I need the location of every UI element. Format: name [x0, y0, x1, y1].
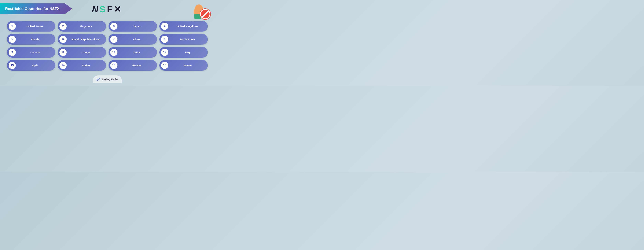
country-name: China [120, 38, 154, 41]
country-item: 3Japan [108, 21, 157, 31]
title-banner: Restricted Countries for NSFX [0, 3, 72, 14]
country-name: Ukraine [120, 64, 154, 67]
country-name: Singapore [69, 25, 103, 28]
country-number: 9 [8, 49, 16, 56]
country-number: 6 [60, 36, 67, 43]
country-item: 13Syria [7, 60, 55, 71]
country-name: Yemen [171, 64, 204, 67]
page-title: Restricted Countries for NSFX [5, 6, 65, 11]
footer-brand: Trading Finder [102, 78, 118, 81]
country-number: 16 [161, 62, 168, 69]
country-item: 10Congo [58, 47, 106, 58]
country-name: Syria [18, 64, 52, 67]
country-name: United Kingdome [171, 25, 204, 28]
country-number: 14 [60, 62, 67, 69]
country-number: 3 [110, 23, 118, 30]
country-item: 16Yemen [159, 60, 208, 71]
country-number: 15 [110, 62, 118, 69]
country-number: 4 [161, 23, 168, 30]
nsfx-logo-svg: N S F ✕ [92, 3, 123, 14]
country-item: 8North Korea [159, 34, 208, 45]
country-item: 14Sudan [58, 60, 106, 71]
country-number: 8 [161, 36, 168, 43]
svg-rect-7 [198, 5, 201, 11]
svg-text:S: S [100, 4, 106, 14]
country-item: 15Ukraine [108, 60, 157, 71]
country-item: 5Russia [7, 34, 55, 45]
country-number: 10 [60, 49, 67, 56]
svg-text:✕: ✕ [114, 4, 122, 14]
country-name: Islamic Republic of Iran [69, 38, 103, 41]
country-name: Congo [69, 51, 103, 54]
logo-area: N S F ✕ [92, 3, 123, 14]
country-item: 9Canada [7, 47, 55, 58]
svg-rect-9 [194, 9, 196, 14]
countries-grid: 1United States2Singapore3Japan4United Ki… [0, 17, 215, 74]
footer: Trading Finder [0, 74, 215, 86]
stop-icon-container [190, 2, 211, 22]
country-name: Canada [18, 51, 52, 54]
country-name: North Korea [171, 38, 204, 41]
country-number: 2 [60, 23, 67, 30]
country-number: 12 [161, 49, 168, 56]
country-number: 11 [110, 49, 118, 56]
nsfx-logo: N S F ✕ [92, 3, 123, 14]
country-number: 7 [110, 36, 118, 43]
svg-text:F: F [107, 4, 112, 14]
footer-logo: Trading Finder [93, 75, 122, 83]
country-number: 13 [8, 62, 16, 69]
country-name: United States [18, 25, 52, 28]
svg-text:N: N [92, 4, 98, 14]
country-name: Cuba [120, 51, 154, 54]
country-number: 5 [8, 36, 16, 43]
country-name: Japan [120, 25, 154, 28]
country-item: 2Singapore [58, 21, 106, 31]
country-number: 1 [8, 23, 16, 30]
country-item: 12Iraq [159, 47, 208, 58]
trading-finder-icon [96, 77, 100, 82]
tf-icon-svg [96, 77, 100, 81]
country-item: 1United States [7, 21, 55, 31]
stop-hand-icon [190, 1, 211, 23]
country-name: Sudan [69, 64, 103, 67]
country-name: Russia [18, 38, 52, 41]
country-item: 11Cuba [108, 47, 157, 58]
country-item: 6Islamic Republic of Iran [58, 34, 106, 45]
country-item: 7China [108, 34, 157, 45]
country-name: Iraq [171, 51, 204, 54]
svg-rect-6 [197, 5, 199, 12]
